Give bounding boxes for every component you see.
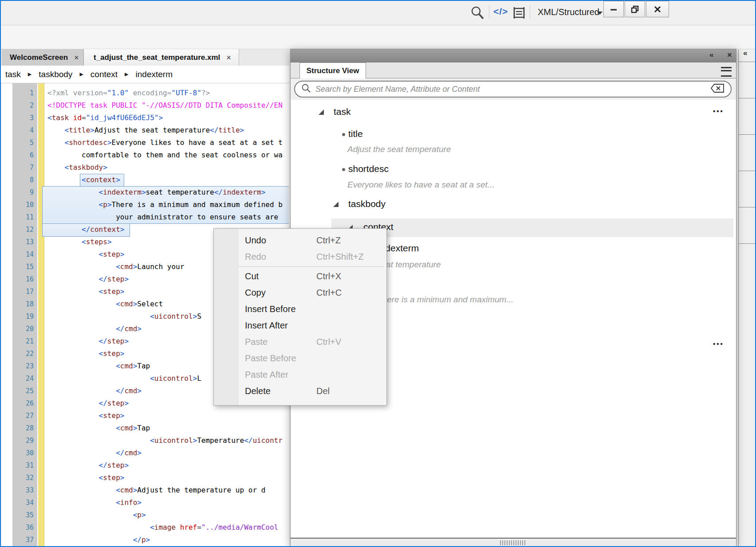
code-line[interactable]: 33 <cmd>Adjust the temperature up or d (2, 484, 289, 496)
line-number: 1 (2, 87, 34, 99)
line-number: 6 (2, 149, 34, 161)
scrollbar-grip[interactable] (500, 540, 526, 545)
line-number: 22 (2, 348, 34, 360)
code-line[interactable]: 9 <indexterm>seat temperature</indexterm… (2, 186, 289, 199)
collapse-panel-icon[interactable]: « (709, 51, 713, 59)
expander-icon[interactable] (333, 202, 339, 207)
breadcrumb-separator-icon: ▶ (28, 71, 32, 77)
menu-item-paste[interactable]: PasteCtrl+V (214, 334, 386, 350)
tab-structure-view[interactable]: Structure View (299, 63, 366, 78)
code-line[interactable]: 35 <p> (2, 509, 289, 521)
chevron-down-icon[interactable] (597, 12, 602, 15)
code-line[interactable]: 7 <taskbody> (2, 161, 289, 174)
line-number: 3 (2, 112, 34, 124)
breadcrumb-item-indexterm[interactable]: indexterm (136, 70, 173, 79)
line-number: 2 (2, 99, 34, 112)
menu-item-undo[interactable]: UndoCtrl+Z (214, 232, 386, 249)
code-line[interactable]: 37 </p> (2, 534, 289, 546)
expander-icon[interactable] (319, 109, 324, 115)
panel-titlebar[interactable]: « × (291, 49, 736, 63)
tab-document[interactable]: t_adjust_the_seat_temperature.xml × (84, 49, 239, 66)
code-line[interactable]: 3<task id="id_jw4fU6E6dEJ5"> (2, 112, 289, 124)
search-row (291, 78, 736, 100)
restore-button[interactable] (625, 1, 645, 17)
code-line[interactable]: 10 <p>There is a minimum and maximum def… (2, 199, 289, 211)
code-line[interactable]: 31 </step> (2, 459, 289, 472)
code-view-icon[interactable]: </> (493, 6, 508, 17)
close-icon[interactable]: × (74, 53, 79, 63)
toolbar-separator (489, 5, 489, 19)
horizontal-scrollbar[interactable] (291, 538, 736, 547)
code-line[interactable]: 28 <cmd>Tap (2, 422, 289, 434)
bullet-icon (342, 133, 345, 136)
tree-element-taskbody[interactable]: taskbody (291, 199, 736, 210)
close-icon[interactable]: × (226, 53, 231, 63)
menu-item-redo[interactable]: RedoCtrl+Shift+Z (214, 249, 386, 265)
menu-item-insert-after[interactable]: Insert After (214, 317, 386, 334)
breadcrumb-item-taskbody[interactable]: taskbody (39, 70, 72, 79)
menu-item-delete[interactable]: DeleteDel (214, 383, 386, 399)
tree-label: Everyone likes to have a seat at a set..… (347, 180, 495, 190)
line-number: 37 (2, 534, 34, 546)
search-box[interactable] (294, 81, 732, 98)
code-line[interactable]: 1<?xml version="1.0" encoding="UTF-8"?> (2, 87, 289, 99)
menu-item-paste-after[interactable]: Paste After (214, 367, 386, 383)
code-line[interactable]: 8 <context> (2, 174, 289, 186)
tree-label: shortdesc (348, 164, 389, 174)
dock-divider (739, 243, 756, 244)
search-input[interactable] (315, 84, 710, 94)
line-number: 29 (2, 434, 34, 447)
breadcrumb-item-context[interactable]: context (91, 70, 118, 79)
menu-item-copy[interactable]: CopyCtrl+C (214, 285, 386, 301)
code-line[interactable]: 36 <image href="../media/WarmCool (2, 521, 289, 534)
tree-element-task[interactable]: task••• (291, 106, 736, 118)
code-line[interactable]: 30 </cmd> (2, 447, 289, 459)
tree-label: title (348, 129, 363, 139)
code-line[interactable]: 6 comfortable to them and the seat cooln… (2, 149, 289, 161)
close-icon[interactable]: × (727, 51, 732, 60)
line-number: 20 (2, 323, 34, 335)
panel-menu-icon[interactable] (721, 67, 732, 77)
breadcrumb: task▶taskbody▶context▶indexterm (1, 66, 289, 83)
clear-search-icon[interactable] (710, 83, 724, 95)
toolbar-separator (530, 5, 530, 19)
code-line[interactable]: 2<!DOCTYPE task PUBLIC "-//OASIS//DTD DI… (2, 99, 289, 112)
tree-content-adjust-the-seat-temperature[interactable]: Adjust the seat temperature (291, 145, 736, 156)
line-number: 25 (2, 385, 34, 397)
close-button[interactable] (646, 1, 669, 17)
search-icon[interactable] (470, 5, 484, 22)
line-number: 5 (2, 137, 34, 149)
code-line[interactable]: 32 <step> (2, 472, 289, 484)
menu-item-paste-before[interactable]: Paste Before (214, 350, 386, 367)
tree-content-everyone-likes-to-have-a-seat-at-a-set[interactable]: Everyone likes to have a seat at a set..… (291, 180, 736, 191)
row-options-icon[interactable]: ••• (713, 340, 724, 348)
code-line[interactable]: 11 your administrator to ensure seats ar… (2, 211, 289, 223)
minimize-button[interactable] (603, 1, 624, 17)
code-line[interactable]: 4 <title>Adjust the seat temperature</ti… (2, 124, 289, 137)
tree-element-shortdesc[interactable]: shortdesc (291, 164, 736, 175)
code-line[interactable]: 27 <step> (2, 410, 289, 422)
line-number: 14 (2, 248, 34, 261)
tree-label: There is a minimum and maximum... (377, 295, 513, 305)
breadcrumb-separator-icon: ▶ (125, 71, 128, 77)
tree-label: Adjust the seat temperature (347, 145, 451, 154)
structure-canvas-icon[interactable] (512, 6, 526, 21)
line-number: 8 (2, 174, 34, 186)
row-options-icon[interactable]: ••• (713, 107, 724, 115)
code-line[interactable]: 5 <shortdesc>Everyone likes to have a se… (2, 137, 289, 149)
line-number: 19 (2, 310, 34, 323)
code-line[interactable]: 34 <info> (2, 496, 289, 509)
tree-element-title[interactable]: title (291, 129, 736, 140)
line-number: 23 (2, 360, 34, 372)
line-number: 18 (2, 298, 34, 310)
bullet-icon (342, 168, 345, 171)
dock-divider (739, 171, 756, 171)
mode-selector-label[interactable]: XML/Structured (538, 7, 599, 17)
tab-welcome-screen[interactable]: WelcomeScreen × (2, 49, 84, 66)
panel-tabstrip: Structure View (291, 63, 736, 78)
collapse-panel-icon[interactable]: « (743, 49, 747, 58)
menu-item-cut[interactable]: CutCtrl+X (214, 268, 386, 285)
menu-item-insert-before[interactable]: Insert Before (214, 301, 386, 317)
breadcrumb-item-task[interactable]: task (5, 70, 21, 79)
code-line[interactable]: 29 <uicontrol>Temperature</uicontr (2, 434, 289, 447)
